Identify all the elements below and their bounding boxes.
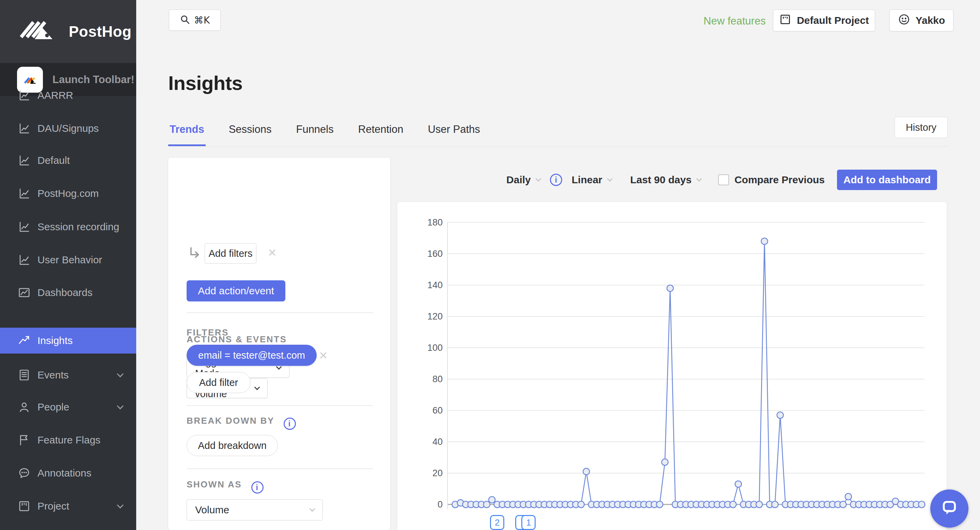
sidebar-item-session-recording[interactable]: Session recording (0, 215, 136, 239)
trend-chart-card: 180160140120100806040200 (398, 202, 947, 530)
info-icon[interactable]: i (251, 481, 264, 493)
breakdown-heading: BREAK DOWN BY i (186, 415, 296, 430)
chevron-down-icon (117, 371, 124, 377)
sidebar-item-people[interactable]: People (0, 395, 136, 419)
smiley-icon (898, 13, 910, 28)
filters-heading: FILTERS (186, 327, 229, 338)
chevron-down-icon (696, 176, 702, 182)
flag-icon (18, 434, 31, 447)
svg-text:100: 100 (427, 343, 443, 353)
insight-tabs: TrendsSessionsFunnelsRetentionUser Paths (168, 118, 947, 146)
sidebar-item-label: Project (37, 500, 69, 512)
compare-previous-label: Compare Previous (735, 174, 825, 186)
svg-text:0: 0 (438, 499, 443, 509)
sidebar-item-label: DAU/Signups (37, 123, 99, 134)
sidebar-item-dashboards[interactable]: Dashboards (0, 281, 136, 304)
chevron-down-icon (607, 176, 612, 182)
person-icon (18, 401, 31, 414)
annotation-badge[interactable]: 2 (490, 515, 504, 530)
chart-line-icon (18, 253, 31, 266)
shown-as-heading: SHOWN AS i (186, 479, 264, 493)
svg-text:20: 20 (433, 468, 443, 478)
svg-text:160: 160 (427, 249, 443, 259)
history-button[interactable]: History (894, 117, 948, 138)
sidebar-item-label: User Behavior (37, 254, 102, 266)
svg-text:140: 140 (427, 280, 443, 290)
sidebar-item-label: PostHog.com (37, 188, 99, 199)
divider (186, 312, 373, 313)
date-range-dropdown[interactable]: Last 90 days (630, 174, 701, 186)
sidebar-item-label: Insights (37, 335, 73, 346)
chevron-down-icon (117, 403, 124, 409)
tab-retention[interactable]: Retention (357, 118, 405, 146)
sidebar-item-project[interactable]: Project (0, 495, 136, 518)
remove-filter-icon[interactable]: ✕ (319, 349, 328, 362)
sidebar-item-insights[interactable]: Insights (0, 328, 136, 353)
add-entity-filters-button[interactable]: Add filters (205, 243, 256, 264)
posthog-logo-icon (18, 14, 57, 49)
display-dropdown[interactable]: Linear (572, 174, 612, 186)
shown-as-heading-text: SHOWN AS (186, 479, 242, 489)
sidebar-item-default[interactable]: Default (0, 149, 136, 172)
date-range-value: Last 90 days (630, 174, 692, 186)
shown-as-select[interactable]: Volume (186, 499, 323, 520)
info-icon[interactable]: i (284, 418, 296, 430)
add-to-dashboard-button[interactable]: Add to dashboard (837, 170, 937, 190)
page-title: Insights (168, 72, 242, 94)
logo-text: PostHog (69, 23, 131, 40)
user-menu-button[interactable]: Yakko (889, 10, 953, 31)
posthog-app: PostHog Launch Toolbar! AARRRDAU/Signups… (0, 0, 980, 530)
project-label: Default Project (797, 14, 869, 26)
trend-line-chart[interactable]: 180160140120100806040200 (398, 202, 947, 530)
annotation-badge[interactable]: 1 (521, 515, 536, 530)
chat-launcher-button[interactable] (930, 489, 969, 528)
svg-text:180: 180 (427, 217, 443, 228)
sidebar-item-label: Session recording (37, 221, 119, 232)
sidebar-item-user-behavior[interactable]: User Behavior (0, 248, 136, 272)
remove-entity-icon[interactable]: ✕ (268, 246, 277, 259)
chevron-down-icon (255, 385, 260, 390)
logo[interactable]: PostHog (0, 0, 136, 63)
add-action-event-button[interactable]: Add action/event (186, 280, 285, 301)
search-button[interactable]: ⌘K (169, 10, 221, 31)
compare-previous-checkbox[interactable] (718, 174, 729, 185)
project-switcher-button[interactable]: Default Project (773, 10, 875, 31)
chevron-down-icon (310, 506, 315, 512)
tab-sessions[interactable]: Sessions (228, 118, 273, 146)
sidebar-item-posthog-com[interactable]: PostHog.com (0, 182, 136, 205)
trending-up-icon (18, 334, 31, 347)
info-icon[interactable]: i (550, 174, 562, 186)
chart-line-icon (18, 89, 31, 102)
chat-bubble-icon (939, 497, 960, 520)
sidebar-item-aarrr[interactable]: AARRR (0, 84, 136, 107)
interval-dropdown[interactable]: Daily (506, 174, 540, 186)
chevron-down-icon (535, 176, 541, 182)
nested-arrow-icon (188, 245, 202, 261)
sidebar-item-label: Feature Flags (37, 434, 100, 446)
project-icon (779, 13, 791, 28)
tab-user-paths[interactable]: User Paths (426, 118, 481, 146)
message-icon (18, 466, 31, 480)
sidebar-item-label: Default (37, 154, 70, 166)
tab-trends[interactable]: Trends (168, 118, 206, 146)
add-filter-button[interactable]: Add filter (186, 372, 251, 393)
chart-line-icon (18, 154, 31, 167)
new-features-link[interactable]: New features (703, 15, 766, 27)
add-breakdown-button[interactable]: Add breakdown (186, 435, 278, 456)
svg-text:80: 80 (433, 374, 443, 384)
sidebar: PostHog Launch Toolbar! AARRRDAU/Signups… (0, 0, 136, 530)
sidebar-item-annotations[interactable]: Annotations (0, 462, 136, 485)
sidebar-item-dau-signups[interactable]: DAU/Signups (0, 117, 136, 140)
interval-value: Daily (506, 174, 531, 186)
tab-funnels[interactable]: Funnels (294, 118, 335, 146)
svg-text:120: 120 (427, 311, 443, 322)
list-icon (18, 369, 31, 382)
display-value: Linear (572, 174, 602, 186)
sidebar-item-events[interactable]: Events (0, 363, 136, 387)
sidebar-item-label: Events (37, 369, 69, 381)
search-icon (180, 14, 190, 26)
chart-line-icon (18, 187, 31, 200)
sidebar-item-feature-flags[interactable]: Feature Flags (0, 428, 136, 452)
svg-text:60: 60 (433, 405, 443, 415)
filter-pill[interactable]: email = tester@test.com (186, 345, 317, 366)
